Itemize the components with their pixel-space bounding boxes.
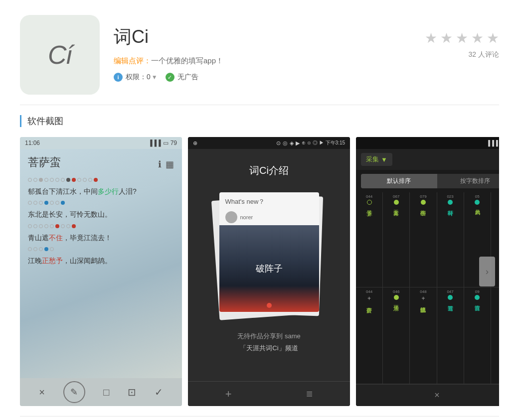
ss2-card-image: 破阵子: [219, 225, 319, 312]
ss1-content: 菩萨蛮 ℹ ▦: [20, 149, 182, 378]
ss1-header: 菩萨蛮 ℹ ▦: [28, 155, 174, 174]
circle-8: [394, 295, 399, 300]
dots-row-1: [28, 178, 174, 182]
collect-btn[interactable]: 采集 ▼: [361, 153, 392, 166]
dropdown-arrow: ▼: [152, 74, 158, 81]
title-9: 桃源忆故: [419, 303, 427, 328]
grid-item-4: 023 荷叶杯: [437, 192, 464, 287]
circle-3: [421, 200, 426, 205]
ss2-red-dot: [267, 303, 272, 308]
rating-section: ★ ★ ★ ★ ★ 32 人评论: [425, 15, 499, 59]
ss2-poem-card-title: 破阵子: [256, 263, 283, 275]
ss2-status-icons: ⊙ ◎ ◈ ▶ ⊕ ⊙ ◎ ▶ 下午3:15: [276, 140, 345, 146]
ss2-card-header: What's new？: [219, 192, 319, 209]
ss2-time: ⊕ ⊙ ◎ ▶ 下午3:15: [302, 140, 345, 146]
title-7: 菩萨蛮: [365, 303, 373, 328]
chevron-right-icon: ›: [486, 267, 489, 277]
title-10: 喜迁莺: [447, 301, 454, 326]
ss2-intro-title: 词Ci介绍: [249, 164, 289, 177]
ss3-toolbar: 采集 ▼: [356, 149, 499, 170]
image-btn[interactable]: ⊡: [128, 386, 136, 398]
dots-row-2: [28, 201, 174, 205]
ss1-status-icons: ▐▐▐ ▭ 79: [148, 140, 177, 146]
ss2-bottom: + ≡: [188, 381, 350, 406]
rating-count: 32 人评论: [469, 50, 499, 59]
dots-row-3: [28, 224, 174, 228]
check-icon: ✓: [166, 73, 174, 82]
plus-9: +: [421, 295, 425, 302]
title-3: 山亭柳: [419, 206, 427, 231]
circle-1: [367, 200, 372, 205]
menu-icon[interactable]: ≡: [306, 388, 313, 401]
circle-2: [394, 200, 399, 205]
stars: ★ ★ ★ ★ ★: [425, 30, 499, 46]
sort-tab-default[interactable]: 默认排序: [361, 174, 437, 188]
ss2-username: norer: [240, 214, 253, 220]
circle-10: [448, 295, 453, 300]
info-btn[interactable]: ℹ: [158, 159, 162, 170]
app-subtitle: 编辑点评：一个优雅的填写app！: [114, 56, 223, 66]
app-title: 词Ci: [114, 25, 223, 49]
screenshots-section: 软件截图 11:06 ▐▐▐ ▭ 79 菩萨蛮 ℹ: [0, 105, 519, 416]
ss1-battery: 79: [171, 140, 177, 146]
subtitle-text: 一个优雅的填写app！: [151, 56, 223, 65]
add-icon[interactable]: +: [225, 388, 232, 401]
square-btn[interactable]: □: [103, 387, 109, 398]
screenshot-1: 11:06 ▐▐▐ ▭ 79 菩萨蛮 ℹ ▦: [20, 137, 182, 406]
sort-tab-strokes[interactable]: 按字数排序: [437, 174, 500, 188]
no-ads-badge: ✓ 无广告: [166, 73, 198, 82]
collect-dropdown: ▼: [381, 156, 387, 163]
circle-4: [448, 200, 453, 205]
ss2-caption: 无待作品分享到 same: [237, 332, 300, 341]
grid-item-9: 048 + 桃源忆故: [410, 287, 437, 385]
ss2-card-stack: What's new？ norer 破阵子: [219, 192, 319, 322]
grid-item-8: 046 清平乐: [383, 287, 410, 385]
ss1-line1: 郁孤台下清江水，中间多少行人泪?: [28, 186, 174, 197]
ss2-statusbar: ⊕ ⊙ ◎ ◈ ▶ ⊕ ⊙ ◎ ▶ 下午3:15: [188, 137, 350, 149]
app-header: Cí 词Ci 编辑点评：一个优雅的填写app！ i 权限：0 ▼ ✓ 无广告: [0, 0, 519, 105]
star-3: ★: [456, 30, 468, 46]
ss2-plug: ⊕: [193, 140, 197, 146]
app-meta: i 权限：0 ▼ ✓ 无广告: [114, 73, 223, 82]
grid-item-11: 09 汉宫春: [464, 287, 491, 385]
title-11: 汉宫春: [474, 301, 481, 326]
screenshots-container: 11:06 ▐▐▐ ▭ 79 菩萨蛮 ℹ ▦: [20, 137, 499, 406]
star-5: ★: [487, 30, 499, 46]
ss3-signal: ▐▐▐: [486, 140, 498, 146]
grid-item-7: 044 + 菩萨蛮: [356, 287, 383, 385]
star-4: ★: [471, 30, 484, 46]
star-2: ★: [440, 30, 453, 46]
circle-5: [475, 200, 480, 205]
chevron-next-btn[interactable]: ›: [479, 257, 495, 286]
edit-btn[interactable]: ✎: [63, 381, 85, 403]
ss1-time: 11:06: [25, 140, 40, 146]
ss2-card-inner: What's new？ norer 破阵子: [219, 192, 319, 312]
ss1-header-icons: ℹ ▦: [158, 159, 174, 170]
ss2-card-front: What's new？ norer 破阵子: [219, 192, 319, 312]
grid-item-1: 044 卜算子: [356, 192, 383, 287]
check-btn[interactable]: ✓: [155, 386, 163, 398]
permission-badge[interactable]: i 权限：0 ▼: [114, 73, 158, 82]
info-icon: i: [114, 73, 123, 82]
ss2-content: 词Ci介绍 What's new？ norer: [188, 149, 350, 381]
app-icon-text: Cí: [48, 40, 72, 70]
ss3-close-btn[interactable]: ×: [434, 390, 440, 401]
screenshot-2: ⊕ ⊙ ◎ ◈ ▶ ⊕ ⊙ ◎ ▶ 下午3:15 词Ci介绍: [188, 137, 350, 406]
chart-btn[interactable]: ▦: [166, 159, 174, 170]
app-details: 词Ci 编辑点评：一个优雅的填写app！ i 权限：0 ▼ ✓ 无广告: [114, 15, 223, 82]
ss3-sort-tabs: 默认排序 按字数排序: [361, 174, 499, 188]
ss1-statusbar: 11:06 ▐▐▐ ▭ 79: [20, 137, 182, 149]
close-btn[interactable]: ×: [39, 387, 45, 398]
battery-icon: ▭: [163, 140, 169, 146]
app-info: Cí 词Ci 编辑点评：一个优雅的填写app！ i 权限：0 ▼ ✓ 无广告: [20, 15, 223, 95]
subtitle-label: 编辑点评：: [114, 56, 151, 65]
ss3-statusbar: ▐▐▐ ▭ 80: [356, 137, 499, 149]
ss1-poem-title: 菩萨蛮: [28, 155, 61, 170]
ss3-grid: 044 卜算子 067 青玉案 079 山亭柳: [356, 192, 499, 384]
title-1: 卜算子: [365, 206, 373, 231]
screenshot-3: ▐▐▐ ▭ 80 采集 ▼ 默认排序 按字数排序: [356, 137, 499, 406]
ss1-line4: 江晚正愁予，山深闻鹧鸪。: [28, 255, 174, 266]
permission-label: 权限：0 ▼: [126, 73, 158, 82]
title-5: 鹧鸪天: [474, 206, 481, 231]
circle-11: [475, 295, 480, 300]
